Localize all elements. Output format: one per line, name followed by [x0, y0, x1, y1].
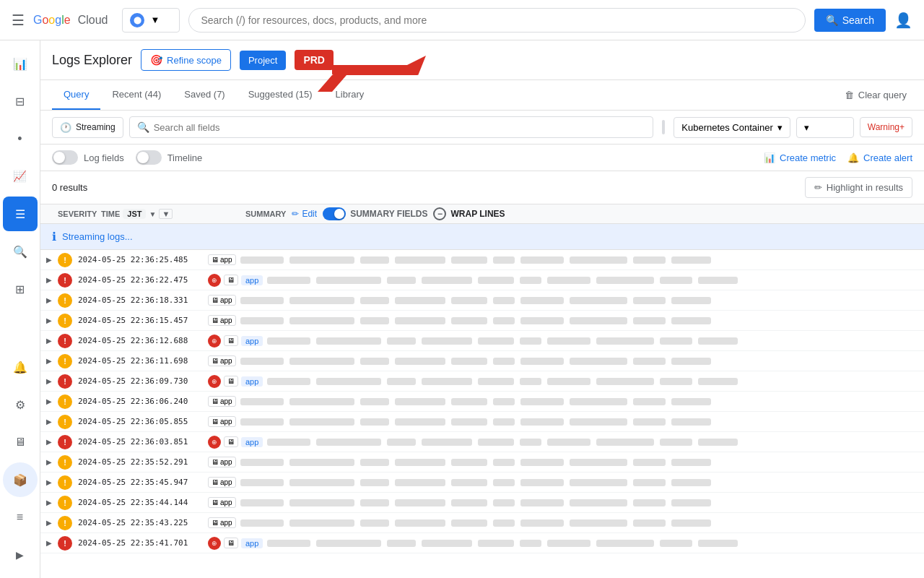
table-row[interactable]: ▶ ! 2024-05-25 22:36:03.851 ⊕ 🖥 app: [40, 432, 924, 452]
cloud-text: Cloud: [78, 14, 108, 27]
blur-content: [395, 459, 445, 466]
nav-icon-table[interactable]: ⊟: [3, 84, 38, 118]
blur-content: [422, 540, 472, 547]
expand-icon[interactable]: ▶: [46, 499, 58, 506]
expand-icon[interactable]: ▶: [46, 458, 58, 466]
create-metric-button[interactable]: 📊 Create metric: [764, 152, 836, 163]
blur-content: [633, 479, 666, 486]
expand-icon[interactable]: ▶: [46, 519, 58, 527]
table-row[interactable]: ▶ ! 2024-05-25 22:36:22.475 ⊕ 🖥 app: [40, 270, 924, 290]
sort-icon[interactable]: ▼: [149, 210, 156, 218]
table-row[interactable]: ▶ ! 2024-05-25 22:36:12.688 ⊕ 🖥 app: [40, 331, 924, 351]
nav-icon-barchart[interactable]: 📈: [3, 159, 38, 194]
expand-icon[interactable]: ▶: [46, 418, 58, 426]
blur-content: [395, 418, 445, 426]
table-row[interactable]: ▶ ! 2024-05-25 22:35:45.947 🖥 app: [40, 473, 924, 493]
tab-suggested[interactable]: Suggested (15): [237, 80, 324, 110]
create-alert-button[interactable]: 🔔 Create alert: [847, 152, 912, 163]
nav-icon-box[interactable]: 📦: [3, 462, 38, 497]
hamburger-icon[interactable]: ☰: [12, 12, 25, 29]
log-fields-toggle[interactable]: [52, 150, 78, 165]
project-badge[interactable]: Project: [240, 51, 286, 70]
blur-content: [267, 540, 310, 547]
table-row[interactable]: ▶ ! 2024-05-25 22:36:06.240 🖥 app: [40, 392, 924, 412]
nav-icon-bell[interactable]: 🔔: [3, 350, 38, 384]
nav-icon-monitor[interactable]: 🖥: [3, 425, 38, 460]
blue-tag: app: [241, 376, 263, 387]
table-row[interactable]: ▶ ! 2024-05-25 22:35:44.144 🖥 app: [40, 493, 924, 513]
tab-library[interactable]: Library: [324, 80, 376, 110]
blur-content: [547, 439, 590, 446]
tab-recent[interactable]: Recent (44): [100, 80, 173, 110]
expand-icon[interactable]: ▶: [46, 337, 58, 345]
timeline-toggle[interactable]: [136, 150, 162, 165]
highlight-results-button[interactable]: ✏ Highlight in results: [805, 177, 912, 198]
table-row[interactable]: ▶ ! 2024-05-25 22:36:25.485 🖥 app: [40, 250, 924, 270]
table-row[interactable]: ▶ ! 2024-05-25 22:36:18.331 🖥 app: [40, 290, 924, 311]
resource-selector[interactable]: ▾: [796, 117, 854, 138]
table-row[interactable]: ▶ ! 2024-05-25 22:36:05.855 🖥 app: [40, 412, 924, 432]
log-timestamp: 2024-05-25 22:36:03.851: [78, 437, 208, 447]
table-row[interactable]: ▶ ! 2024-05-25 22:35:43.225 🖥 app: [40, 513, 924, 533]
expand-icon[interactable]: ▶: [46, 438, 58, 446]
streaming-button[interactable]: 🕐 Streaming: [52, 117, 123, 138]
nav-icon-dashboard[interactable]: 📊: [3, 46, 38, 81]
blur-content: [422, 439, 472, 446]
blur-content: [316, 277, 381, 284]
search-input[interactable]: [201, 14, 793, 26]
wrap-lines-button[interactable]: − Wrap lines: [433, 207, 505, 220]
search-fields-input[interactable]: [154, 122, 646, 133]
expand-icon[interactable]: ▶: [46, 296, 58, 304]
monitor-tag: 🖥 app: [208, 416, 236, 427]
blur-content: [547, 540, 590, 547]
blur-content: [395, 479, 445, 486]
blur-content: [493, 459, 515, 466]
nav-icon-search[interactable]: 🔍: [3, 234, 38, 269]
kubernetes-selector[interactable]: Kubernetes Container ▾: [674, 117, 790, 138]
table-row[interactable]: ▶ ! 2024-05-25 22:35:41.701 ⊕ 🖥 app: [40, 533, 924, 553]
tab-query[interactable]: Query: [52, 80, 100, 110]
warning-badge[interactable]: Warning+: [860, 117, 912, 137]
clear-query-button[interactable]: 🗑 Clear query: [839, 84, 912, 106]
project-selector[interactable]: ⬤ ▼: [122, 8, 180, 33]
summary-fields-toggle[interactable]: Summary fields: [323, 207, 427, 220]
summary-toggle-switch[interactable]: [323, 207, 346, 220]
nav-icon-list[interactable]: ≡: [3, 500, 38, 535]
severity-error-icon: !: [58, 536, 72, 551]
log-fields-toggle-group[interactable]: Log fields: [52, 150, 124, 165]
expand-icon[interactable]: ▶: [46, 276, 58, 284]
expand-icon[interactable]: ▶: [46, 539, 58, 547]
log-summary-cell: 🖥 app: [208, 477, 918, 488]
prd-badge[interactable]: PRD: [295, 50, 334, 70]
expand-icon[interactable]: ▶: [46, 316, 58, 324]
blur-content: [570, 418, 627, 426]
expand-icon[interactable]: ▶: [46, 256, 58, 264]
expand-icon[interactable]: ▶: [46, 397, 58, 405]
nav-icon-gear[interactable]: ⚙: [3, 387, 38, 422]
timeline-toggle-group[interactable]: Timeline: [136, 150, 203, 165]
table-row[interactable]: ▶ ! 2024-05-25 22:35:52.291 🖥 app: [40, 452, 924, 473]
search-button[interactable]: 🔍 Search: [814, 9, 886, 32]
log-fields-label: Log fields: [84, 152, 124, 163]
nav-icon-logs[interactable]: ☰: [3, 197, 38, 231]
blue-tag: app: [241, 336, 263, 346]
nav-icon-expand[interactable]: ▶: [3, 538, 38, 572]
nav-icon-dot[interactable]: •: [3, 121, 38, 156]
nav-icon-filter[interactable]: ⊞: [3, 272, 38, 306]
edit-summary-button[interactable]: ✏ Edit: [292, 209, 317, 219]
table-row[interactable]: ▶ ! 2024-05-25 22:36:11.698 🖥 app: [40, 351, 924, 371]
metric-icon: 📊: [764, 152, 775, 163]
expand-icon[interactable]: ▶: [46, 478, 58, 486]
table-row[interactable]: ▶ ! 2024-05-25 22:36:15.457 🖥 app: [40, 311, 924, 331]
severity-warn-icon: !: [58, 314, 72, 328]
table-row[interactable]: ▶ ! 2024-05-25 22:36:09.730 ⊕ 🖥 app: [40, 371, 924, 392]
timezone-badge[interactable]: JST: [123, 209, 146, 219]
expand-icon[interactable]: ▶: [46, 377, 58, 385]
notifications-icon[interactable]: 👤: [894, 12, 912, 29]
refine-scope-button[interactable]: 🎯 Refine scope: [141, 49, 231, 71]
tab-saved[interactable]: Saved (7): [173, 80, 236, 110]
expand-icon[interactable]: ▶: [46, 357, 58, 365]
time-filter-icon[interactable]: ▼: [159, 209, 173, 219]
blur-content: [520, 479, 564, 486]
blur-content: [493, 317, 515, 324]
